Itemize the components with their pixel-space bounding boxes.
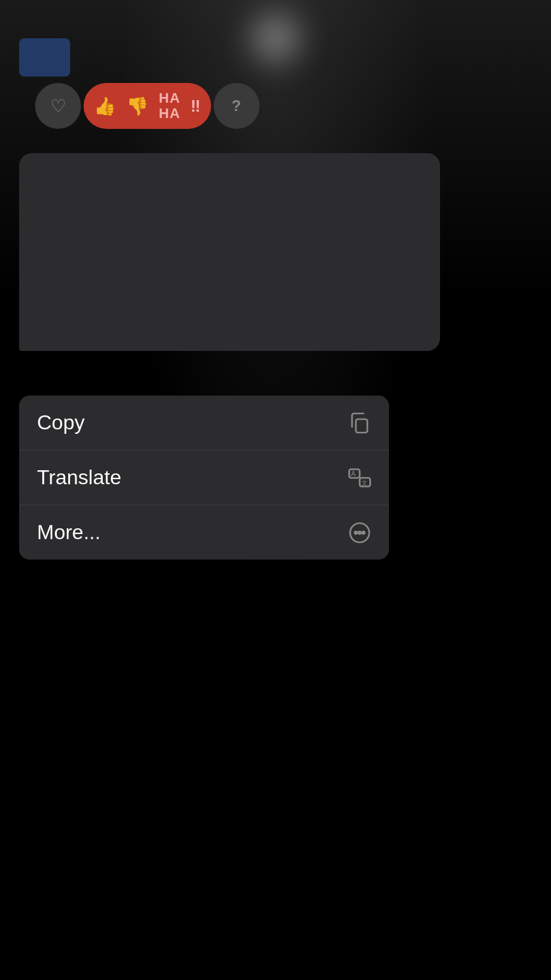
copy-label: Copy bbox=[37, 411, 85, 434]
exclaim-reaction-button[interactable]: ‼ bbox=[191, 96, 201, 116]
reaction-bar: ♡ 👍 👎 HAHA ‼ ? bbox=[35, 83, 260, 129]
more-label: More... bbox=[37, 521, 101, 544]
svg-rect-0 bbox=[356, 419, 367, 433]
thumbs-down-reaction-button[interactable]: 👎 bbox=[126, 96, 149, 117]
more-menu-item[interactable]: More... bbox=[19, 505, 389, 560]
translate-label: Translate bbox=[37, 466, 121, 489]
heart-reaction-button[interactable]: ♡ bbox=[35, 83, 81, 129]
question-icon: ? bbox=[231, 97, 241, 115]
svg-text:文: 文 bbox=[362, 479, 367, 486]
heart-icon: ♡ bbox=[50, 96, 66, 117]
svg-point-8 bbox=[362, 531, 365, 534]
translate-icon: A 文 bbox=[348, 466, 371, 489]
question-reaction-button[interactable]: ? bbox=[214, 83, 260, 129]
copy-icon bbox=[348, 412, 371, 434]
top-glow bbox=[237, 0, 314, 77]
svg-point-6 bbox=[355, 531, 357, 534]
message-bubble bbox=[19, 153, 440, 351]
haha-reaction-button[interactable]: HAHA bbox=[159, 91, 180, 121]
svg-text:A: A bbox=[351, 470, 356, 477]
reaction-group: 👍 👎 HAHA ‼ bbox=[84, 83, 211, 129]
copy-menu-item[interactable]: Copy bbox=[19, 396, 389, 450]
translate-menu-item[interactable]: Translate A 文 bbox=[19, 450, 389, 505]
bubble-tail bbox=[19, 338, 28, 347]
thumbs-up-reaction-button[interactable]: 👍 bbox=[94, 96, 116, 117]
svg-point-7 bbox=[358, 531, 361, 534]
more-icon bbox=[348, 521, 371, 544]
background-element bbox=[19, 38, 70, 77]
context-menu: Copy Translate A 文 More... bbox=[19, 396, 389, 560]
